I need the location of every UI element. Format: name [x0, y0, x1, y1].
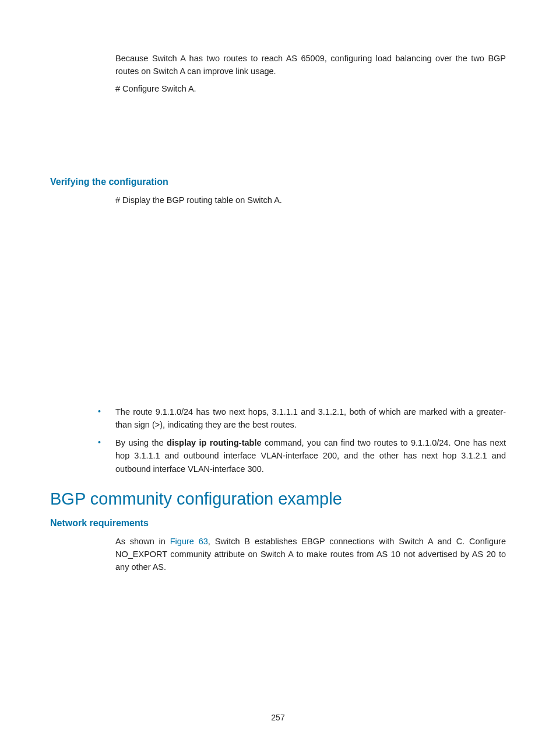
page-number: 257: [0, 713, 556, 722]
nr-pre: As shown in: [115, 537, 170, 546]
heading-verifying: Verifying the configuration: [50, 177, 506, 187]
heading-bgp-community: BGP community configuration example: [50, 489, 506, 509]
intro-paragraph-1: Because Switch A has two routes to reach…: [115, 52, 506, 78]
verify-paragraph-1: # Display the BGP routing table on Switc…: [115, 194, 506, 207]
bullet-text-1: The route 9.1.1.0/24 has two next hops, …: [115, 405, 506, 432]
network-req-paragraph: As shown in Figure 63, Switch B establis…: [115, 536, 506, 573]
code-output-placeholder: [50, 207, 506, 401]
heading-network-requirements: Network requirements: [50, 518, 506, 528]
figure-link[interactable]: Figure 63: [170, 537, 208, 546]
bullet-dot-icon: •: [98, 405, 115, 432]
bullet-2-command: display ip routing-table: [167, 438, 261, 447]
bullet-dot-icon: •: [98, 436, 115, 475]
intro-paragraph-2: # Configure Switch A.: [115, 83, 506, 96]
bullet-text-2: By using the display ip routing-table co…: [115, 436, 506, 475]
bullet-item-2: • By using the display ip routing-table …: [98, 436, 506, 475]
bullet-2-pre: By using the: [115, 438, 167, 447]
bullet-item-1: • The route 9.1.1.0/24 has two next hops…: [98, 405, 506, 432]
